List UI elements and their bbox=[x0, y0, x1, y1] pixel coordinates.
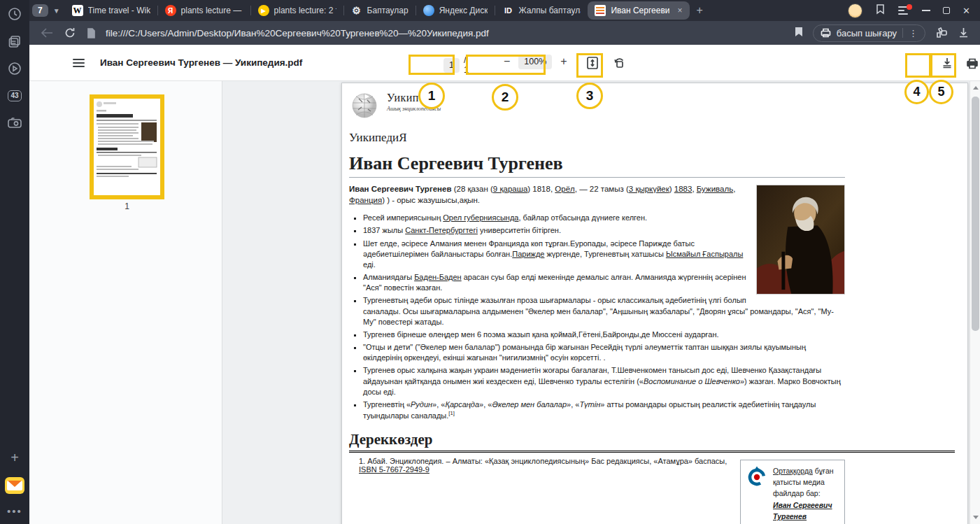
tab-plants-lecture-video[interactable]: ▶ plants lecture: 2 ть bbox=[251, 0, 343, 21]
annotation-box-page-counter bbox=[409, 55, 455, 75]
yandex-disk-favicon bbox=[423, 5, 434, 16]
id-favicon: ID bbox=[502, 5, 513, 16]
tab-general-settings[interactable]: ID Жалпы баптаулар bbox=[495, 0, 588, 21]
print-page-label: басып шығару bbox=[837, 28, 897, 38]
video-play-icon[interactable] bbox=[6, 60, 23, 77]
sidebar-more-icon[interactable]: ••• bbox=[7, 505, 22, 517]
collections-icon[interactable] bbox=[935, 27, 949, 38]
download-icon[interactable] bbox=[958, 27, 969, 38]
tab-turgenev-pdf-active[interactable]: Иван Сергееви × bbox=[588, 1, 689, 20]
tabs-panel-icon[interactable] bbox=[6, 33, 23, 50]
vertical-scrollbar[interactable] bbox=[970, 81, 980, 524]
site-name: УикипедиЯ bbox=[349, 131, 845, 145]
fact-item: Тургеневтің «Рудин», «Қарсаңда», «Әкелер… bbox=[363, 399, 845, 421]
browser-menu-icon[interactable] bbox=[898, 6, 909, 15]
references-heading: Дереккөздер bbox=[349, 431, 955, 453]
browser-sidebar: 43 + ••• bbox=[0, 0, 29, 524]
window-controls-cluster: ✕ bbox=[848, 3, 980, 18]
wikipedia-favicon: W bbox=[72, 5, 83, 16]
tab-counter-value: 7 bbox=[32, 4, 48, 17]
address-bar: file:///C:/Users/Admin/Desktop/Иван%20Се… bbox=[29, 21, 980, 45]
annotation-box-download bbox=[905, 53, 931, 78]
tab-time-travel[interactable]: W Time travel - Wikip bbox=[65, 0, 157, 21]
tab-count-badge[interactable]: 43 bbox=[6, 87, 23, 104]
fact-item: Тургенев бірнеше өлеңдер мен 6 поэма жаз… bbox=[363, 330, 845, 340]
new-tab-button[interactable]: + bbox=[690, 4, 710, 17]
annotation-box-print bbox=[930, 53, 956, 78]
back-icon[interactable] bbox=[41, 28, 53, 38]
tab-bar: 7 ▼ W Time travel - Wikip Я plants lectu… bbox=[29, 0, 980, 21]
pdf-viewer-area: 1 УикипедиЯ Ашық энциклопедиясы bbox=[29, 81, 980, 524]
close-tab-icon[interactable]: × bbox=[677, 6, 682, 15]
scroll-up-arrow[interactable] bbox=[970, 83, 980, 93]
bookmark-icon[interactable] bbox=[795, 27, 803, 40]
tab-yandex-disk[interactable]: Яндекс Диск bbox=[416, 0, 495, 21]
pdf-page: УикипедиЯ Ашық энциклопедиясы УикипедиЯ … bbox=[341, 83, 968, 524]
tab-counter[interactable]: 7 ▼ bbox=[32, 4, 65, 17]
url-text[interactable]: file:///C:/Users/Admin/Desktop/Иван%20Се… bbox=[106, 28, 795, 38]
callout-3: 3 bbox=[576, 83, 603, 109]
printer-icon bbox=[821, 28, 831, 38]
zoom-in-button[interactable]: + bbox=[559, 54, 568, 69]
commons-box-text[interactable]: Ортаққорда бұған қатысты медиа файлдар б… bbox=[773, 465, 839, 522]
fact-item: Тургенев орыс халқына жақын украин мәден… bbox=[363, 365, 845, 397]
gear-favicon: ⚙ bbox=[351, 5, 362, 16]
pdf-favicon bbox=[595, 5, 606, 16]
tab-count-value: 43 bbox=[8, 90, 21, 101]
bookmarks-flag-icon[interactable] bbox=[875, 3, 886, 17]
reload-icon[interactable] bbox=[64, 27, 76, 38]
callout-2: 2 bbox=[492, 84, 518, 111]
scroll-down-arrow[interactable] bbox=[970, 512, 980, 523]
callout-1: 1 bbox=[418, 83, 445, 109]
pdf-print-icon[interactable] bbox=[964, 55, 980, 71]
annotation-box-rotate bbox=[576, 53, 603, 78]
scrollbar-thumb[interactable] bbox=[972, 97, 979, 331]
turgenev-portrait-image bbox=[756, 185, 845, 295]
thumbnail-page-number: 1 bbox=[90, 201, 164, 211]
rotate-icon[interactable] bbox=[611, 55, 627, 71]
pdf-document-title: Иван Сергеевич Тургенев — Уикипедия.pdf bbox=[100, 57, 302, 68]
tab-plants-lecture-search[interactable]: Я plants lecture — Я bbox=[158, 0, 250, 21]
wikimedia-commons-logo bbox=[746, 465, 767, 488]
tab-settings[interactable]: ⚙ Баптаулар bbox=[344, 0, 416, 21]
close-window-button[interactable]: ✕ bbox=[963, 6, 970, 16]
history-icon[interactable] bbox=[6, 6, 23, 22]
print-options-icon[interactable]: ⋮ bbox=[909, 29, 918, 38]
article-title: Иван Сергеевич Тургенев bbox=[349, 153, 845, 178]
screenshot-icon[interactable] bbox=[6, 115, 23, 132]
yandex-mail-icon[interactable] bbox=[5, 477, 24, 494]
profile-avatar[interactable] bbox=[848, 3, 862, 18]
sidebar-add-icon[interactable]: + bbox=[10, 451, 19, 465]
yandex-favicon: Я bbox=[165, 5, 176, 16]
pdf-page-canvas: УикипедиЯ Ашық энциклопедиясы УикипедиЯ … bbox=[222, 81, 980, 524]
minimize-button[interactable] bbox=[922, 10, 930, 11]
fact-item: "Отцы и дети" ("Әкелер мен балалар") ром… bbox=[363, 342, 845, 363]
play-favicon: ▶ bbox=[258, 5, 269, 16]
print-page-button[interactable]: басып шығару ⋮ bbox=[813, 24, 925, 42]
thumbnail-panel: 1 bbox=[29, 81, 222, 524]
wikipedia-globe-logo bbox=[349, 92, 380, 120]
file-icon bbox=[87, 28, 96, 38]
annotation-box-zoom-controls bbox=[466, 55, 546, 75]
pdf-menu-icon[interactable] bbox=[73, 59, 85, 67]
commons-box: Ортаққорда бұған қатысты медиа файлдар б… bbox=[740, 460, 845, 524]
page-thumbnail-selected[interactable] bbox=[90, 94, 164, 199]
notification-dot bbox=[907, 4, 912, 10]
restore-button[interactable] bbox=[943, 7, 950, 14]
callout-5: 5 bbox=[929, 80, 953, 104]
callout-4: 4 bbox=[904, 80, 929, 104]
sidebar-bottom: + ••• bbox=[5, 451, 24, 524]
chevron-down-icon[interactable]: ▼ bbox=[48, 7, 65, 15]
fact-item: Тургеневтың әдеби орыс тілінде жазылған … bbox=[363, 295, 845, 327]
